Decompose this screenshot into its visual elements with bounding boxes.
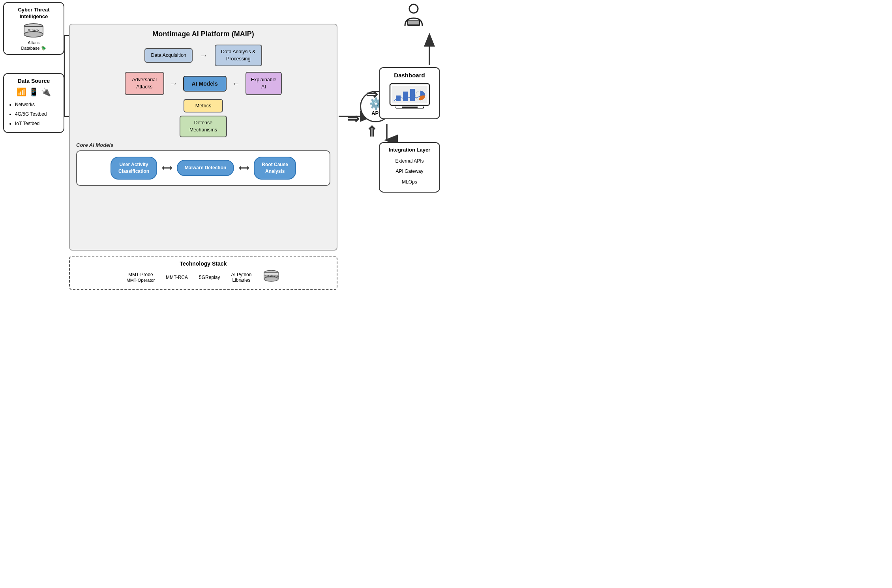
iot-icon: 🔌: [41, 87, 51, 97]
ai-models-box: AI Models: [183, 76, 227, 92]
svg-rect-40: [410, 89, 415, 101]
dashboard-box: Dashboard: [379, 67, 440, 119]
datasource-title: Data Source: [7, 78, 60, 84]
tech-stack-box: Technology Stack MMT-ProbeMMT-Operator M…: [69, 256, 337, 290]
core-ai-label: Core AI Models: [76, 142, 330, 148]
root-cause-btn: Root CauseAnalysis: [254, 157, 296, 180]
arrow-api-down: ⇒: [363, 125, 380, 137]
flow-top-row: Data Acquisition → Data Analysis &Proces…: [76, 45, 330, 66]
database-icon: Attack: [23, 23, 45, 38]
core-ai-models-box: User ActivityClassification ⟷ Malware De…: [76, 150, 330, 186]
tech-database: Database: [262, 270, 280, 285]
db-text2: Database 🪲: [7, 45, 60, 51]
flow-metrics-row: Metrics: [76, 99, 330, 112]
maip-title: Montimage AI Platform (MAIP): [76, 30, 330, 38]
integration-box: Integration Layer External APIs API Gate…: [379, 142, 440, 193]
data-acquisition-box: Data Acquisition: [144, 48, 193, 63]
datasource-box: Data Source 📶 📱 🔌 Networks 4G/5G Testbed…: [3, 73, 64, 133]
dbl-arrow-1: ⟷: [162, 164, 172, 172]
tech-stack-title: Technology Stack: [78, 260, 329, 267]
person-icon: [402, 3, 425, 30]
cti-title: Cyber Threat Intelligence: [7, 7, 60, 20]
db-text: Attack: [7, 40, 60, 45]
ds-item-3: IoT Testbed: [15, 119, 60, 128]
diagram-container: Cyber Threat Intelligence Attack Attack …: [0, 0, 446, 294]
ext-apis: External APIs: [384, 156, 435, 166]
flow-middle-row: AdversarialAttacks → AI Models ← Explain…: [76, 72, 330, 95]
flow-defense-row: DefenseMechanisms: [76, 116, 330, 137]
mlops: MLOps: [384, 177, 435, 187]
defense-mechanisms-box: DefenseMechanisms: [180, 116, 227, 137]
ds-item-2: 4G/5G Testbed: [15, 109, 60, 119]
arrow-adv-ai: →: [170, 79, 178, 88]
svg-rect-39: [403, 92, 408, 101]
dbl-arrow-2: ⟷: [239, 164, 249, 172]
datasource-icons: 📶 📱 🔌: [7, 87, 60, 97]
arrow-to-api: ⇒: [347, 110, 359, 127]
adversarial-attacks-box: AdversarialAttacks: [125, 72, 164, 95]
arrow-da-dp: →: [200, 51, 208, 60]
svg-rect-33: [408, 21, 419, 24]
5greplay: 5GReplay: [199, 275, 220, 280]
db-label: Attack Database 🪲: [7, 40, 60, 51]
maip-box: Montimage AI Platform (MAIP) Data Acquis…: [69, 24, 337, 251]
mmt-probe: MMT-ProbeMMT-Operator: [127, 272, 155, 283]
wifi-icon: 📶: [17, 87, 26, 97]
svg-point-31: [409, 4, 418, 13]
tech-items-row: MMT-ProbeMMT-Operator MMT-RCA 5GReplay A…: [78, 270, 329, 285]
integration-list: External APIs API Gateway MLOps: [384, 156, 435, 187]
dashboard-title: Dashboard: [383, 72, 436, 79]
svg-text:Attack: Attack: [28, 28, 40, 33]
user-activity-btn: User ActivityClassification: [111, 157, 157, 180]
api-gateway: API Gateway: [384, 166, 435, 176]
explainable-ai-box: ExplainableAI: [245, 72, 282, 95]
monitor-icon: [383, 82, 436, 114]
arrow-api-up: ⇑: [363, 89, 380, 101]
mobile-icon: 📱: [29, 87, 39, 97]
cti-box: Cyber Threat Intelligence Attack Attack …: [3, 2, 64, 55]
metrics-box: Metrics: [184, 99, 223, 112]
arrow-ai-xai: ←: [232, 79, 240, 88]
datasource-list: Networks 4G/5G Testbed IoT Testbed: [7, 100, 60, 128]
mmt-rca: MMT-RCA: [166, 275, 188, 280]
data-analysis-box: Data Analysis &Processing: [215, 45, 262, 66]
ai-python-libs: AI PythonLibraries: [231, 272, 251, 283]
person-box: [402, 3, 425, 30]
malware-detection-btn: Malware Detection: [177, 160, 234, 176]
integration-title: Integration Layer: [384, 147, 435, 153]
ds-item-1: Networks: [15, 100, 60, 109]
svg-text:Database: Database: [264, 274, 279, 278]
